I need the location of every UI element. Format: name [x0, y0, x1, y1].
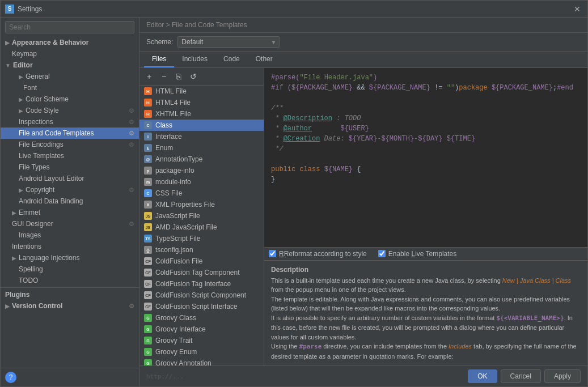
copy-button[interactable]: ⎘ — [172, 70, 185, 83]
sidebar-item-todo[interactable]: TODO — [1, 275, 139, 286]
list-item[interactable]: CF ColdFusion Script Component — [139, 290, 264, 301]
file-item-label: CSS File — [155, 189, 182, 197]
apply-button[interactable]: Apply — [544, 369, 581, 383]
reformat-checkbox[interactable]: RReformat according to style — [269, 250, 367, 258]
sidebar-item-color-scheme[interactable]: ▶ Color Scheme — [1, 93, 139, 105]
code-line-1: #parse("File Header.java") — [271, 73, 581, 83]
sidebar-item-live-templates[interactable]: Live Templates — [1, 150, 139, 161]
sidebar-item-file-types[interactable]: File Types — [1, 161, 139, 173]
list-item[interactable]: G Groovy Interface — [139, 324, 264, 335]
list-item[interactable]: JS JavaScript File — [139, 210, 264, 222]
list-item[interactable]: @ AnnotationType — [139, 154, 264, 165]
file-badge-groovy-enum: G — [144, 348, 152, 356]
tab-other[interactable]: Other — [248, 52, 281, 67]
file-badge-xhtml: H — [144, 110, 152, 118]
list-item[interactable]: H XHTML File — [139, 108, 264, 120]
help-area: ? — [1, 368, 139, 386]
file-item-label: ColdFusion Tag Interface — [155, 280, 231, 288]
list-item[interactable]: CF ColdFusion File — [139, 256, 264, 267]
arrow-icon: ▶ — [19, 187, 23, 193]
sidebar-item-keymap[interactable]: Keymap — [1, 48, 139, 59]
file-badge-groovy-annotation: G — [144, 359, 152, 365]
list-item[interactable]: G Groovy Class — [139, 312, 264, 324]
file-item-label: AnnotationType — [155, 155, 202, 163]
arrow-icon: ▶ — [5, 40, 10, 46]
sidebar-item-inspections[interactable]: Inspections ⚙ — [1, 116, 139, 127]
sidebar-item-font[interactable]: Font — [1, 82, 139, 93]
file-list-panel: + − ⎘ ↺ H HTML File H HTML4 File — [139, 68, 264, 365]
ok-button[interactable]: OK — [468, 369, 497, 383]
template-panel: + − ⎘ ↺ H HTML File H HTML4 File — [139, 68, 587, 365]
list-item[interactable]: G Groovy Enum — [139, 346, 264, 358]
sidebar-item-version-control[interactable]: ▶ Version Control ⚙ — [1, 300, 139, 312]
reset-button[interactable]: ↺ — [187, 70, 200, 83]
list-item[interactable]: H HTML4 File — [139, 97, 264, 108]
file-badge-interface: I — [144, 133, 152, 141]
list-item[interactable]: m module-info — [139, 176, 264, 188]
help-button[interactable]: ? — [5, 372, 16, 383]
tabs-row: Files Includes Code Other — [139, 52, 587, 68]
file-item-label: ColdFusion Script Interface — [155, 303, 238, 311]
code-editor[interactable]: #parse("File Header.java") #if (${PACKAG… — [264, 68, 587, 247]
close-button[interactable]: ✕ — [572, 3, 583, 15]
list-item[interactable]: E Enum — [139, 142, 264, 154]
sidebar-item-images[interactable]: Images — [1, 229, 139, 241]
tab-files[interactable]: Files — [144, 52, 174, 67]
list-item[interactable]: G Groovy Annotation — [139, 358, 264, 365]
right-panel: Editor > File and Code Templates Scheme:… — [139, 18, 587, 386]
gear-icon: ⚙ — [129, 220, 134, 228]
live-templates-checkbox-input[interactable] — [378, 250, 386, 257]
file-item-label: Groovy Enum — [155, 348, 197, 356]
file-badge-groovy-trait: G — [144, 337, 152, 345]
sidebar-item-copyright[interactable]: ▶ Copyright ⚙ — [1, 184, 139, 195]
list-item[interactable]: CF ColdFusion Tag Interface — [139, 278, 264, 290]
remove-button[interactable]: − — [158, 70, 170, 83]
sidebar-item-intentions[interactable]: Intentions — [1, 241, 139, 252]
list-item[interactable]: C CSS File — [139, 188, 264, 199]
scheme-select[interactable]: Default Project — [177, 36, 280, 48]
list-item[interactable]: X XML Properties File — [139, 199, 264, 210]
list-item[interactable]: p package-info — [139, 165, 264, 176]
file-badge-cf2: CF — [144, 269, 152, 277]
tab-includes[interactable]: Includes — [174, 52, 215, 67]
add-button[interactable]: + — [143, 70, 155, 83]
scheme-row: Scheme: Default Project ▼ — [139, 33, 587, 52]
sidebar-item-file-encodings[interactable]: File Encodings ⚙ — [1, 139, 139, 150]
sidebar-item-plugins[interactable]: Plugins — [1, 289, 139, 300]
cancel-button[interactable]: Cancel — [501, 369, 541, 383]
window-title: Settings — [18, 5, 572, 13]
search-input[interactable] — [5, 21, 134, 33]
gear-icon: ⚙ — [129, 107, 134, 114]
list-item[interactable]: H HTML File — [139, 86, 264, 97]
code-line-6: * @author ${USER} — [271, 124, 581, 134]
sidebar-item-gui-designer[interactable]: GUI Designer ⚙ — [1, 218, 139, 229]
sidebar-item-file-and-code-templates[interactable]: File and Code Templates ⚙ — [1, 127, 139, 139]
description-label: Description — [271, 266, 581, 274]
list-item[interactable]: I Interface — [139, 131, 264, 142]
sidebar-item-emmet[interactable]: ▶ Emmet — [1, 207, 139, 218]
sidebar-item-code-style[interactable]: ▶ Code Style ⚙ — [1, 105, 139, 116]
list-item[interactable]: TS TypeScript File — [139, 233, 264, 244]
sidebar-item-spelling[interactable]: Spelling — [1, 263, 139, 275]
list-item[interactable]: CF ColdFusion Tag Component — [139, 267, 264, 278]
sidebar-item-general[interactable]: ▶ General — [1, 71, 139, 82]
sidebar-item-android-layout-editor[interactable]: Android Layout Editor — [1, 173, 139, 184]
sidebar-item-android-data-binding[interactable]: Android Data Binding — [1, 195, 139, 207]
sidebar-item-editor[interactable]: ▼ Editor — [1, 59, 139, 71]
app-icon: S — [5, 5, 14, 14]
reformat-checkbox-input[interactable] — [269, 250, 276, 257]
file-badge-cf5: CF — [144, 303, 152, 311]
list-item-class[interactable]: C Class — [139, 120, 264, 131]
live-templates-checkbox[interactable]: Enable Live Templates — [378, 250, 457, 258]
list-item[interactable]: JS AMD JavaScript File — [139, 222, 264, 233]
settings-window: S Settings ✕ ▶ Appearance & Behavior Key… — [0, 0, 588, 387]
list-item[interactable]: G Groovy Trait — [139, 335, 264, 346]
sidebar: ▶ Appearance & Behavior Keymap ▼ Editor … — [1, 18, 139, 386]
file-item-label: Groovy Trait — [155, 337, 192, 345]
sidebar-item-language-injections[interactable]: ▶ Language Injections — [1, 252, 139, 263]
sidebar-item-appearance[interactable]: ▶ Appearance & Behavior — [1, 37, 139, 48]
list-item[interactable]: CF ColdFusion Script Interface — [139, 301, 264, 312]
list-item[interactable]: {} tsconfig.json — [139, 244, 264, 256]
tab-code[interactable]: Code — [215, 52, 248, 67]
file-badge-cf: CF — [144, 257, 152, 265]
